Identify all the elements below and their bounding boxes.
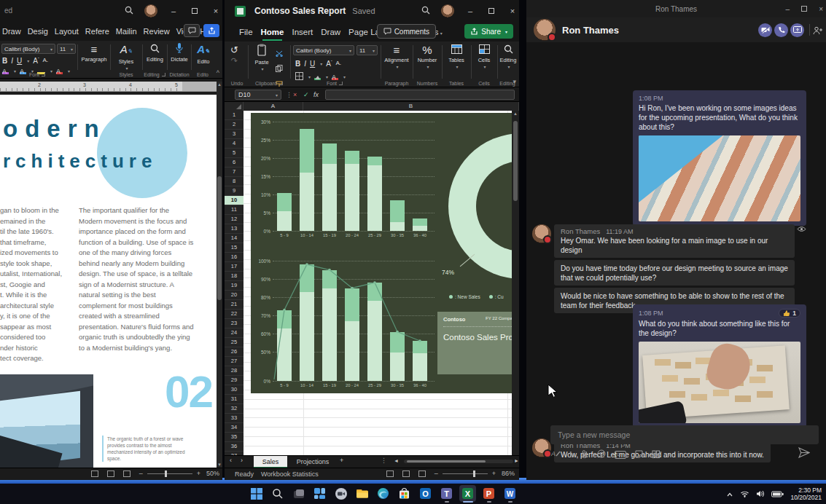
enter-formula-icon[interactable]: ✓ [303,91,309,98]
editing-button[interactable]: Editing [144,43,166,63]
name-box[interactable]: D10▾ [235,90,281,100]
taskbar-clock[interactable]: 2:30 PM 10/20/2021 [790,487,822,501]
editing-dialog-launcher[interactable] [162,73,165,76]
page-break-view-icon[interactable] [418,470,426,477]
taskbar-chat-icon[interactable] [332,485,349,502]
share-button[interactable]: Share▾ [464,24,513,39]
sticker-icon[interactable] [635,448,643,461]
row-header-8[interactable]: 8 [225,177,243,186]
taskbar-excel-icon[interactable]: X [459,485,476,502]
alignment-button[interactable]: ≡Alignment▾ [382,44,411,71]
select-all-corner[interactable] [225,102,243,111]
row-header-6[interactable]: 6 [225,158,243,168]
taskbar-teams-icon[interactable]: T [438,485,455,502]
share-button[interactable] [203,24,219,37]
row-header-30[interactable]: 30 [225,385,243,395]
hscroll-left-icon[interactable]: ◄ [394,458,399,463]
row-header-27[interactable]: 27 [225,357,243,366]
importance-icon[interactable]: ! [569,450,572,459]
close-button[interactable]: × [819,5,823,13]
zoom-in-button[interactable]: + [492,470,496,477]
row-header-31[interactable]: 31 [225,395,243,404]
row-header-11[interactable]: 11 [225,205,243,215]
word-menu-layout[interactable]: Layout [55,27,79,36]
collapse-ribbon-icon[interactable]: ^ [217,69,219,76]
font-dialog-launcher[interactable] [42,73,45,76]
teams-titlebar[interactable]: Ron Thames – × [526,0,826,17]
fx-icon[interactable]: fx [313,91,319,98]
taskbar-store-icon[interactable] [396,485,413,502]
word-document-page[interactable]: odern rchitecture gan to bloom in the em… [0,95,217,468]
zoom-in-button[interactable]: + [197,470,200,477]
column-header-a[interactable]: A [243,102,303,111]
taskbar-widgets-icon[interactable] [311,485,328,502]
word-menu-draw[interactable]: Draw [2,27,21,36]
sheet-tab-sales[interactable]: Sales [254,456,287,468]
emoji-icon[interactable] [597,448,606,461]
row-header-14[interactable]: 14 [225,234,243,243]
comments-button[interactable]: Comments [377,24,436,39]
minimize-button[interactable]: – [465,7,475,15]
row-header-7[interactable]: 7 [225,168,243,177]
gif-icon[interactable]: GIF [615,451,626,459]
minimize-button[interactable]: – [786,5,790,13]
prev-sheet-icon[interactable]: ‹ [230,457,232,464]
taskbar-start-icon[interactable] [248,485,265,502]
minimize-button[interactable]: – [168,7,179,15]
font-size-select[interactable]: 11▾ [356,45,378,55]
send-message-icon[interactable] [798,447,810,461]
screen-share-button[interactable] [790,23,804,37]
row-header-36[interactable]: 36 [225,442,243,452]
paragraph-button[interactable]: ≡Paragraph [79,43,109,63]
image-architecture-model[interactable] [639,342,800,423]
excel-menu-file[interactable]: File [239,28,253,36]
excel-sheet[interactable]: A B 123456789101112131415161718192021222… [225,102,519,455]
row-header-32[interactable]: 32 [225,404,243,414]
word-scrollbar[interactable]: ▲ ▼ [217,82,222,468]
volume-icon[interactable] [756,487,765,500]
bold-button[interactable]: B [2,57,7,65]
row-header-22[interactable]: 22 [225,310,243,319]
image-building-facade[interactable] [639,135,800,221]
sheet-tab-projections[interactable]: Projections [290,456,335,468]
grow-font-button[interactable]: Aˆ [33,57,39,65]
paste-button[interactable]: Paste▾ [251,44,273,73]
wifi-icon[interactable] [740,487,749,500]
row-header-17[interactable]: 17 [225,262,243,272]
zoom-level[interactable]: 50% [206,470,219,477]
word-menu-review[interactable]: Review [144,27,170,36]
excel-menu-draw[interactable]: Draw [321,28,340,36]
battery-icon[interactable] [771,487,784,500]
row-header-29[interactable]: 29 [225,376,243,385]
word-menu-mailin[interactable]: Mailin [116,27,137,36]
undo-icon[interactable]: ↺ [230,46,238,55]
number-format-button[interactable]: %Number▾ [414,44,440,71]
excel-menu-insert[interactable]: Insert [292,28,313,36]
next-sheet-icon[interactable]: › [241,457,243,464]
excel-menu-home[interactable]: Home [261,28,284,36]
zoom-level[interactable]: 86% [502,470,515,477]
shrink-font-button[interactable]: Aˇ [43,57,48,65]
add-sheet-icon[interactable]: + [340,457,343,464]
dictate-button[interactable]: Dictate [168,43,190,63]
row-header-28[interactable]: 28 [225,366,243,376]
maximize-button[interactable] [486,7,496,15]
editing-button[interactable]: Editing▾ [499,44,518,71]
row-header-13[interactable]: 13 [225,224,243,234]
underline-button[interactable]: U [310,60,315,68]
message-input[interactable] [550,425,819,444]
formula-input[interactable] [325,90,515,100]
close-button[interactable]: × [211,7,221,15]
apps-icon[interactable] [652,448,660,461]
close-button[interactable]: × [507,7,518,15]
maximize-button[interactable] [190,7,200,15]
more-options-icon[interactable]: ⋯ [669,450,677,460]
row-header-12[interactable]: 12 [225,215,243,224]
row-header-2[interactable]: 2 [225,120,243,130]
zoom-slider[interactable] [443,473,488,474]
attach-icon[interactable] [581,448,588,461]
taskbar-search-icon[interactable] [269,485,286,502]
taskbar-word-icon[interactable]: W [502,485,518,502]
cells-button[interactable]: Cells▾ [472,44,496,71]
row-header-26[interactable]: 26 [225,347,243,357]
